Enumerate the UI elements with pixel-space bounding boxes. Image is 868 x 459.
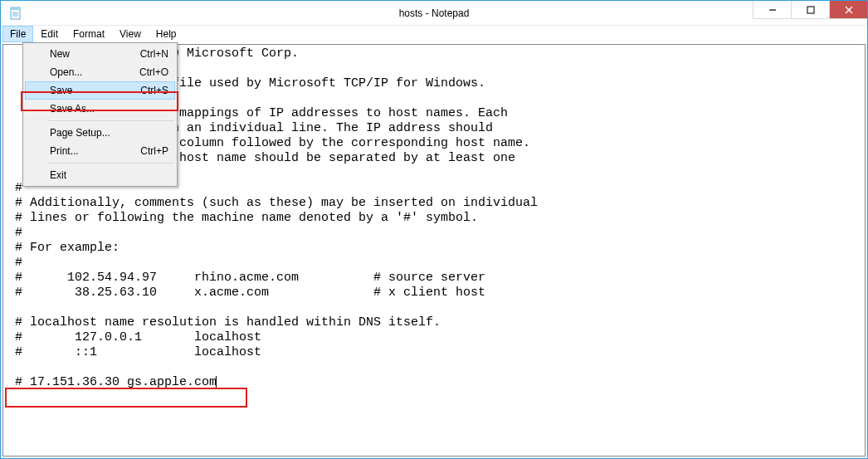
text-cursor: [216, 376, 217, 389]
minimize-button[interactable]: [753, 1, 791, 19]
menu-item-new[interactable]: New Ctrl+N: [25, 45, 175, 63]
menu-help[interactable]: Help: [149, 26, 184, 42]
menu-item-saveas[interactable]: Save As...: [25, 100, 175, 118]
menu-item-print[interactable]: Print... Ctrl+P: [25, 142, 175, 160]
menu-item-exit[interactable]: Exit: [25, 166, 175, 184]
menu-edit[interactable]: Edit: [33, 26, 66, 42]
window-controls: [753, 1, 867, 19]
menu-item-label: Exit: [50, 169, 66, 181]
file-menu-dropdown: New Ctrl+N Open... Ctrl+O Save Ctrl+S Sa…: [22, 42, 178, 187]
menu-item-label: New: [50, 48, 70, 60]
menu-item-label: Save As...: [50, 103, 95, 115]
svg-rect-1: [11, 7, 20, 10]
close-button[interactable]: [829, 1, 867, 19]
menu-item-label: Open...: [50, 66, 82, 78]
menu-item-label: Page Setup...: [50, 127, 110, 139]
menu-file[interactable]: File: [2, 26, 33, 42]
menubar: File Edit Format View Help: [1, 26, 867, 42]
menu-item-label: Print...: [50, 145, 79, 157]
menu-item-open[interactable]: Open... Ctrl+O: [25, 63, 175, 81]
notepad-icon: [9, 7, 22, 20]
menu-item-shortcut: Ctrl+P: [140, 145, 168, 157]
menu-separator: [48, 120, 174, 121]
menu-item-label: Save: [50, 85, 72, 96]
menu-format[interactable]: Format: [66, 26, 112, 42]
menu-view[interactable]: View: [112, 26, 149, 42]
window-title: hosts - Notepad: [1, 7, 867, 19]
maximize-button[interactable]: [791, 1, 829, 19]
menu-separator: [48, 163, 174, 164]
titlebar: hosts - Notepad: [1, 1, 867, 26]
menu-item-pagesetup[interactable]: Page Setup...: [25, 124, 175, 142]
menu-item-shortcut: Ctrl+O: [139, 66, 168, 78]
menu-item-save[interactable]: Save Ctrl+S: [25, 81, 175, 100]
menu-item-shortcut: Ctrl+S: [140, 85, 168, 96]
menu-item-shortcut: Ctrl+N: [140, 48, 168, 60]
svg-rect-6: [807, 7, 814, 13]
